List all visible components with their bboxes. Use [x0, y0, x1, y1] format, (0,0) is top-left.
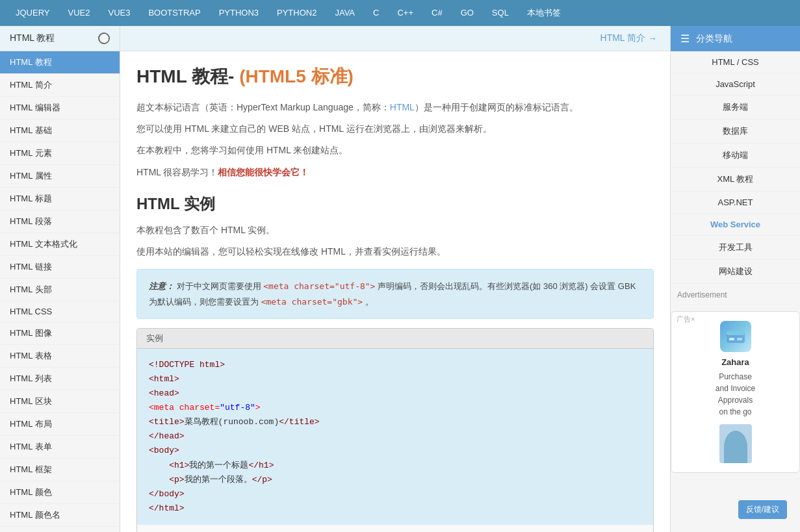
sidebar-item-html-lists[interactable]: HTML 列表	[0, 368, 120, 390]
sidebar-header: HTML 教程	[0, 26, 120, 51]
page-title: HTML 教程- (HTML5 标准)	[136, 64, 654, 89]
right-sidebar-header: ☰ 分类导航	[671, 26, 800, 51]
code-line-11: </html>	[149, 501, 641, 516]
ad-desc-line2: and Invoice	[716, 384, 755, 393]
sidebar-item-html-headings[interactable]: HTML 标题	[0, 188, 120, 210]
intro-p1: 超文本标记语言（英语：HyperText Markup Language，简称：…	[136, 99, 654, 116]
ad-desc-line1: Purchase	[719, 372, 752, 381]
right-sidebar-database[interactable]: 数据库	[671, 120, 800, 144]
sidebar-item-html-intro[interactable]: HTML 简介	[0, 74, 120, 97]
html-link[interactable]: HTML	[390, 102, 415, 112]
code-line-6: </head>	[149, 429, 641, 444]
ad-top-label: 广告×	[677, 314, 695, 324]
nav-cpp[interactable]: C++	[388, 0, 422, 26]
left-sidebar: HTML 教程 HTML 教程 HTML 简介 HTML 编辑器 HTML 基础…	[0, 26, 120, 532]
note-label: 注意：	[149, 281, 174, 291]
ad-avatar	[719, 424, 752, 463]
intro-link[interactable]: HTML 简介 →	[600, 32, 657, 44]
sidebar-item-html-frames[interactable]: HTML 框架	[0, 459, 120, 481]
nav-c[interactable]: C	[364, 0, 388, 26]
ad-avatar-figure	[724, 431, 747, 463]
sidebar-item-html-basic[interactable]: HTML 基础	[0, 120, 120, 142]
intro-p4-prefix: HTML 很容易学习！	[136, 167, 218, 177]
sidebar-item-html-links[interactable]: HTML 链接	[0, 256, 120, 279]
main-content: HTML 简介 → HTML 教程- (HTML5 标准) 超文本标记语言（英语…	[120, 26, 670, 532]
ad-desc-line3: Approvals	[718, 396, 753, 405]
example-code: <!DOCTYPE html> <html> <head> <meta char…	[137, 349, 653, 525]
sidebar-item-html-formatting[interactable]: HTML 文本格式化	[0, 233, 120, 256]
ad-section: Advertisement	[671, 284, 800, 306]
right-sidebar-html-css[interactable]: HTML / CSS	[671, 51, 800, 73]
right-sidebar-webbuilding[interactable]: 网站建设	[671, 260, 800, 284]
ad-label: Advertisement	[677, 290, 727, 299]
right-sidebar-mobile[interactable]: 移动端	[671, 144, 800, 168]
right-sidebar-xml[interactable]: XML 教程	[671, 168, 800, 192]
sidebar-item-html-tutorial[interactable]: HTML 教程	[0, 51, 120, 74]
note-text3: 。	[365, 297, 374, 307]
code-line-10: </body>	[149, 487, 641, 501]
code-line-3: <head>	[149, 386, 641, 401]
sidebar-item-html-images[interactable]: HTML 图像	[0, 322, 120, 345]
example-box: 实例 <!DOCTYPE html> <html> <head> <meta c…	[136, 328, 654, 532]
sidebar-item-html-colornames[interactable]: HTML 颜色名	[0, 504, 120, 527]
nav-jquery[interactable]: JQUERY	[6, 0, 59, 26]
sidebar-item-html-tables[interactable]: HTML 表格	[0, 345, 120, 368]
sidebar-title: HTML 教程	[10, 32, 55, 44]
right-sidebar-server[interactable]: 服务端	[671, 95, 800, 120]
example-header: 实例	[137, 329, 653, 349]
top-nav: JQUERY VUE2 VUE3 BOOTSTRAP PYTHON3 PYTHO…	[0, 0, 800, 26]
note-box: 注意： 对于中文网页需要使用 <meta charset="utf-8"> 声明…	[136, 269, 654, 319]
nav-bookmarks[interactable]: 本地书签	[518, 0, 570, 26]
ad-desc: Purchase and Invoice Approvals on the go	[678, 371, 793, 418]
page-title-prefix: HTML 教程-	[136, 66, 239, 86]
sidebar-item-html-colors[interactable]: HTML 颜色	[0, 481, 120, 504]
section1-title: HTML 实例	[136, 194, 654, 214]
right-sidebar-aspnet[interactable]: ASP.NET	[671, 192, 800, 214]
feedback-button[interactable]: 反馈/建议	[738, 500, 787, 519]
intro-p3: 在本教程中，您将学习如何使用 HTML 来创建站点。	[136, 142, 654, 158]
code-line-8: <h1>我的第一个标题</h1>	[149, 459, 641, 473]
sidebar-item-html-editor[interactable]: HTML 编辑器	[0, 97, 120, 120]
list-icon: ☰	[680, 32, 690, 45]
right-sidebar-webservice[interactable]: Web Service	[671, 214, 800, 236]
right-sidebar-devtools[interactable]: 开发工具	[671, 236, 800, 260]
sidebar-item-html-layout[interactable]: HTML 布局	[0, 413, 120, 436]
right-sidebar-title: 分类导航	[696, 33, 732, 45]
nav-csharp[interactable]: C#	[422, 0, 452, 26]
ad-desc-line4: on the go	[719, 407, 751, 416]
nav-go[interactable]: GO	[452, 0, 483, 26]
code-line-7: <body>	[149, 444, 641, 458]
sidebar-item-html-blocks[interactable]: HTML 区块	[0, 390, 120, 413]
note-code2: <meta charset="gbk">	[261, 297, 363, 307]
section1-p2: 使用本站的编辑器，您可以轻松实现在线修改 HTML，并查看实例运行结果。	[136, 244, 654, 260]
nav-java[interactable]: JAVA	[326, 0, 364, 26]
ad-icon	[720, 321, 751, 352]
sidebar-item-html-elements[interactable]: HTML 元素	[0, 142, 120, 165]
page-layout: HTML 教程 HTML 教程 HTML 简介 HTML 编辑器 HTML 基础…	[0, 26, 800, 532]
sidebar-item-html-paragraphs[interactable]: HTML 段落	[0, 210, 120, 233]
page-title-highlight: (HTML5 标准)	[239, 66, 354, 86]
nav-vue2[interactable]: VUE2	[59, 0, 99, 26]
sidebar-item-html-attributes[interactable]: HTML 属性	[0, 165, 120, 188]
ad-name: Zahara	[678, 357, 793, 367]
intro-p4: HTML 很容易学习！相信您能很快学会它！	[136, 164, 654, 181]
sidebar-item-html-css[interactable]: HTML CSS	[0, 301, 120, 322]
sidebar-item-html-head[interactable]: HTML 头部	[0, 279, 120, 301]
svg-rect-2	[729, 338, 734, 340]
nav-python2[interactable]: PYTHON2	[268, 0, 326, 26]
nav-bootstrap[interactable]: BOOTSTRAP	[139, 0, 209, 26]
sidebar-item-html-forms[interactable]: HTML 表单	[0, 436, 120, 459]
code-line-9: <p>我的第一个段落。</p>	[149, 473, 641, 487]
nav-sql[interactable]: SQL	[483, 0, 518, 26]
right-sidebar-javascript[interactable]: JavaScript	[671, 73, 800, 95]
right-sidebar: ☰ 分类导航 HTML / CSS JavaScript 服务端 数据库 移动端…	[670, 26, 800, 532]
svg-rect-1	[727, 331, 745, 335]
svg-rect-3	[737, 338, 742, 340]
nav-vue3[interactable]: VUE3	[99, 0, 139, 26]
content-header: HTML 简介 →	[120, 26, 670, 51]
note-code1: <meta charset="utf-8">	[263, 281, 375, 291]
code-line-5: <title>菜鸟教程(runoob.com)</title>	[149, 415, 641, 429]
sidebar-item-html-colorvalues[interactable]: HTML 颜色值	[0, 527, 120, 532]
nav-python3[interactable]: PYTHON3	[210, 0, 268, 26]
dark-mode-icon[interactable]	[98, 32, 110, 44]
